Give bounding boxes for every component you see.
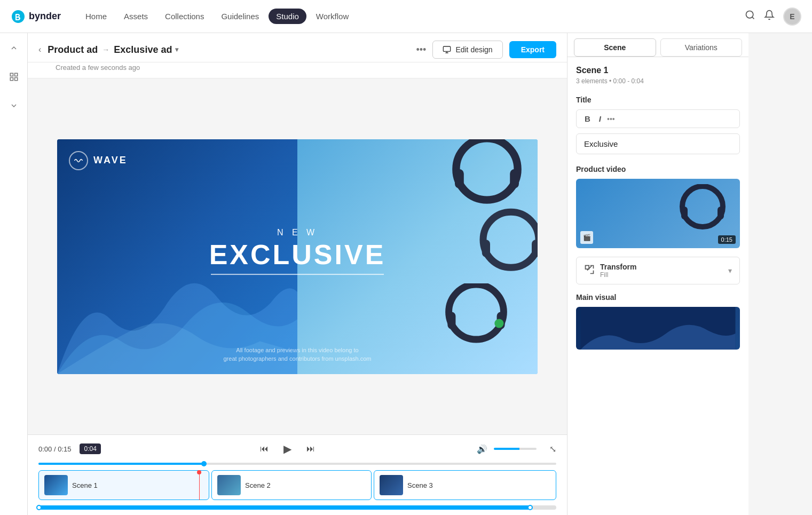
scene-3-label: Scene 3 [407,481,433,489]
scene-1-thumbnail [44,475,68,495]
svg-point-0 [746,11,753,18]
svg-point-16 [682,186,723,227]
svg-rect-7 [455,169,464,188]
side-content: Scene 1 3 elements • 0:00 - 0:04 Title B… [567,57,748,515]
nav-guidelines[interactable]: Guidelines [214,9,266,24]
scene-info-title: Scene 1 [576,66,740,75]
nav-home[interactable]: Home [78,9,114,24]
total-time: 0:15 [58,445,71,453]
edit-design-button[interactable]: Edit design [432,41,502,59]
rewind-button[interactable]: ⏮ [258,442,271,456]
nav-collections[interactable]: Collections [157,9,211,24]
fullscreen-button[interactable]: ⤡ [549,444,556,454]
export-button[interactable]: Export [509,41,556,58]
logo[interactable]: bynder [11,9,61,24]
svg-rect-4 [14,78,17,81]
notification-icon[interactable] [764,10,775,23]
product-video-thumbnail[interactable]: 🎬 0:15 [576,179,740,248]
nav-workflow[interactable]: Workflow [309,9,356,24]
scene-2-item[interactable]: Scene 2 [211,470,372,500]
text-more-options[interactable]: ••• [607,115,615,123]
scroll-handle-left[interactable] [36,505,42,510]
svg-rect-11 [532,240,538,257]
wave-logo-icon [69,151,88,170]
svg-rect-2 [14,73,17,76]
product-video-section: Product video 🎬 0:15 [576,165,740,248]
chevron-down-icon[interactable]: ▾ [175,46,178,53]
bold-button[interactable]: B [582,113,593,124]
collapse-button[interactable] [5,39,22,59]
volume-slider[interactable] [494,448,537,450]
bynder-logo-icon [11,9,26,24]
side-panel: Scene Variations Scene 1 3 elements • 0:… [567,33,748,515]
transform-icon [584,264,595,278]
svg-rect-1 [10,73,13,76]
volume-section: 🔊 [475,442,537,456]
video-duration-badge: 0:15 [718,235,736,244]
scroll-handle-right[interactable] [527,505,533,510]
scroll-bar-thumb [38,505,531,510]
expand-panel-button[interactable] [5,97,22,117]
breadcrumb: Product ad → Exclusive ad ▾ [48,44,416,56]
tab-variations[interactable]: Variations [660,38,743,57]
timeline-area: 0:00 / 0:15 0:04 ⏮ ▶ ⏭ 🔊 ⤡ [28,434,567,515]
volume-icon[interactable]: 🔊 [475,442,490,456]
layout-button[interactable] [5,68,23,89]
svg-point-9 [483,212,538,267]
transform-title: Transform [600,263,723,271]
timeline-track: Scene 1 Scene 2 Scene 3 [38,463,556,510]
transform-chevron-icon[interactable]: ▾ [728,266,732,275]
scroll-bar[interactable] [38,505,556,510]
edit-design-label: Edit design [455,45,492,54]
scene-3-thumbnail [380,475,403,495]
content-header: ‹ Product ad → Exclusive ad ▾ ••• Edit d… [28,33,567,62]
current-time: 0:00 [38,445,52,453]
svg-rect-5 [444,46,451,51]
transform-sub: Fill [600,271,723,279]
italic-button[interactable]: I [596,113,604,124]
breadcrumb-arrow: → [102,45,109,54]
product-video-title: Product video [576,165,740,173]
playhead-time-badge: 0:04 [80,443,100,454]
svg-point-6 [456,139,517,200]
back-button[interactable]: ‹ [38,45,41,54]
left-toolbar [0,33,28,515]
video-file-icon: 🎬 [580,231,593,244]
main-visual-svg [576,307,740,350]
playhead-dot [197,470,201,474]
video-tagline-small: N E W [153,228,442,237]
scene-3-item[interactable]: Scene 3 [374,470,556,500]
tab-scene[interactable]: Scene [574,38,656,57]
main-visual-section: Main visual [576,293,740,350]
title-text-value[interactable]: Exclusive [576,133,740,154]
user-avatar[interactable]: E [783,7,801,26]
nav-links: Home Assets Collections Guidelines Studi… [78,9,740,24]
main-visual-thumbnail[interactable] [576,307,740,350]
nav-right: E [745,7,801,26]
forward-button[interactable]: ⏭ [304,442,317,456]
nav-studio[interactable]: Studio [269,9,306,24]
video-preview[interactable]: WAVE N E W EXCLUSIVE All footage and pre… [57,139,538,374]
timeline-bar[interactable] [38,463,556,465]
nav-assets[interactable]: Assets [116,9,155,24]
breadcrumb-current-label: Exclusive ad [114,44,172,56]
search-icon[interactable] [745,10,755,23]
breadcrumb-current: Exclusive ad ▾ [114,44,178,56]
video-tagline-large: EXCLUSIVE [153,241,442,268]
left-panel: ‹ Product ad → Exclusive ad ▾ ••• Edit d… [28,33,567,515]
transform-section: Transform Fill ▾ [576,257,740,284]
edit-design-icon [443,45,451,54]
scene-1-item[interactable]: Scene 1 [38,470,209,500]
breadcrumb-root: Product ad [48,44,98,56]
more-button[interactable]: ••• [416,44,426,56]
side-tabs: Scene Variations [567,33,748,57]
brand-name: bynder [29,11,61,22]
play-button[interactable]: ▶ [281,440,294,457]
navbar: bynder Home Assets Collections Guideline… [0,0,812,33]
headphone-bottom [442,283,511,363]
header-actions: ••• Edit design Export [416,41,556,59]
svg-rect-17 [681,207,688,219]
scene-2-label: Scene 2 [245,481,271,489]
timeline-thumb [201,461,207,466]
svg-point-15 [494,319,503,328]
